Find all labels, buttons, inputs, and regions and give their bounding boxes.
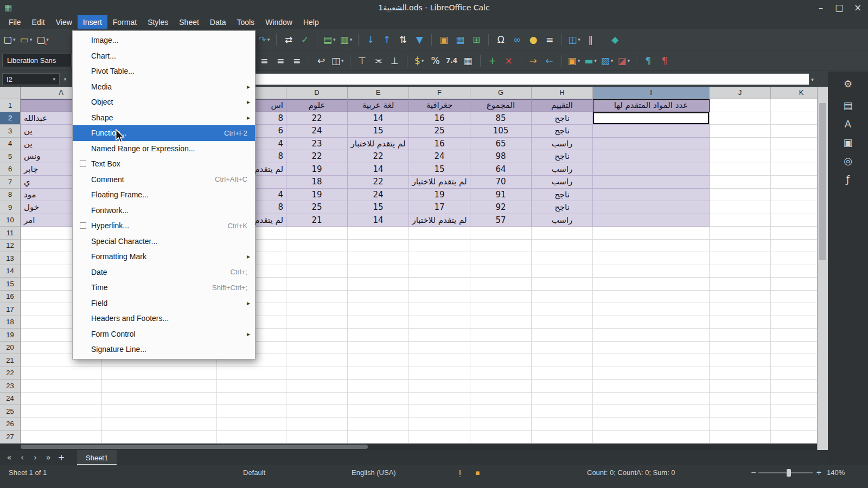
select-all-corner[interactable] [0, 87, 21, 99]
cell-G21[interactable] [470, 354, 532, 367]
cell-F8[interactable]: 19 [409, 189, 470, 202]
cell-H27[interactable] [532, 431, 593, 444]
find-replace-icon[interactable]: ⇄ [282, 32, 296, 47]
cell-J18[interactable] [710, 316, 771, 329]
cell-G15[interactable] [470, 278, 532, 291]
row-header-20[interactable]: 20 [0, 342, 21, 355]
cell-J6[interactable] [710, 163, 771, 176]
cell-K4[interactable] [771, 138, 817, 151]
cell-H1[interactable]: التقييم [532, 99, 593, 112]
cell-E23[interactable] [348, 380, 409, 393]
hyperlink-icon[interactable]: ∞ [510, 32, 524, 47]
column-header-K[interactable]: K [771, 87, 817, 99]
cell-E4[interactable]: لم يتقدم للاختبار [348, 138, 409, 151]
insert-rows-icon[interactable]: ▤▾ [322, 32, 337, 47]
cell-I12[interactable] [593, 240, 710, 253]
cell-F21[interactable] [409, 354, 470, 367]
sheet-tab-sheet1[interactable]: Sheet1 [77, 450, 117, 465]
cell-H9[interactable]: ناجح [532, 201, 593, 214]
menu-item-floating-frame[interactable]: Floating Frame... [73, 187, 255, 203]
cell-E2[interactable]: 14 [348, 112, 409, 125]
row-header-23[interactable]: 23 [0, 380, 21, 393]
cell-J2[interactable] [710, 112, 771, 125]
menubar-item-file[interactable]: File [3, 15, 27, 29]
zoom-out-icon[interactable]: − [751, 468, 757, 477]
sort-descending-icon[interactable]: ↑ [380, 32, 394, 47]
cell-H5[interactable]: ناجح [532, 150, 593, 163]
show-draw-functions-icon[interactable]: ◆ [608, 32, 622, 47]
menu-item-fontwork[interactable]: Fontwork... [73, 203, 255, 219]
cell-K17[interactable] [771, 303, 817, 316]
cell-D13[interactable] [286, 252, 348, 265]
cell-K1[interactable] [771, 99, 817, 112]
open-folder-icon[interactable]: ▭▾ [19, 32, 34, 47]
cell-F13[interactable] [409, 252, 470, 265]
cell-E21[interactable] [348, 354, 409, 367]
cell-E9[interactable]: 15 [348, 201, 409, 214]
cell-D25[interactable] [286, 405, 348, 418]
cell-F2[interactable]: 16 [409, 112, 470, 125]
cell-K6[interactable] [771, 163, 817, 176]
menu-item-chart[interactable]: Chart... [73, 48, 255, 64]
cell-D2[interactable]: 22 [286, 112, 348, 125]
cell-G27[interactable] [470, 431, 532, 444]
cell-D18[interactable] [286, 316, 348, 329]
cell-I20[interactable] [593, 342, 710, 355]
cell-J9[interactable] [710, 201, 771, 214]
cell-J26[interactable] [710, 418, 771, 431]
menu-item-pivot-table[interactable]: Pivot Table... [73, 63, 255, 79]
menubar-item-view[interactable]: View [50, 15, 78, 29]
cell-D23[interactable] [286, 380, 348, 393]
row-header-14[interactable]: 14 [0, 265, 21, 278]
cell-J5[interactable] [710, 150, 771, 163]
cell-J3[interactable] [710, 125, 771, 138]
cell-H11[interactable] [532, 227, 593, 240]
cell-I5[interactable] [593, 150, 710, 163]
cell-K8[interactable] [771, 189, 817, 202]
cell-G13[interactable] [470, 252, 532, 265]
menu-item-image[interactable]: Image... [73, 33, 255, 48]
cell-I19[interactable] [593, 329, 710, 342]
row-header-5[interactable]: 5 [0, 150, 21, 163]
cell-F16[interactable] [409, 291, 470, 304]
menu-item-signature-line[interactable]: Signature Line... [73, 342, 255, 357]
cell-K19[interactable] [771, 329, 817, 342]
cell-I22[interactable] [593, 367, 710, 380]
sort-ascending-icon[interactable]: ↓ [363, 32, 378, 47]
column-header-F[interactable]: F [409, 87, 470, 99]
row-header-6[interactable]: 6 [0, 163, 21, 176]
cell-B22[interactable] [102, 367, 217, 380]
menu-item-text-box[interactable]: Text Box [73, 156, 255, 172]
horizontal-scrollbar[interactable] [21, 444, 817, 450]
menu-item-comment[interactable]: CommentCtrl+Alt+C [73, 172, 255, 188]
sort-icon[interactable]: ⇅ [396, 32, 410, 47]
navigator-icon[interactable]: ◎ [839, 153, 857, 169]
cell-F4[interactable]: 16 [409, 138, 470, 151]
cell-D10[interactable]: 21 [286, 214, 348, 227]
cell-E27[interactable] [348, 431, 409, 444]
cell-F11[interactable] [409, 227, 470, 240]
cell-H2[interactable]: ناجح [532, 112, 593, 125]
row-header-19[interactable]: 19 [0, 329, 21, 342]
delete-decimal-icon[interactable]: × [502, 53, 516, 68]
cell-H18[interactable] [532, 316, 593, 329]
save-icon[interactable]: ▢↓▾ [35, 32, 50, 47]
cell-J21[interactable] [710, 354, 771, 367]
cell-G8[interactable]: 91 [470, 189, 532, 202]
cell-D12[interactable] [286, 240, 348, 253]
align-right-icon[interactable]: ≡ [290, 53, 304, 68]
horizontal-scrollbar-thumb[interactable] [21, 445, 368, 449]
number-format-icon[interactable]: 7.4 [445, 53, 459, 68]
cell-E17[interactable] [348, 303, 409, 316]
cell-D3[interactable]: 24 [286, 125, 348, 138]
menu-item-function[interactable]: Function...Ctrl+F2 [73, 125, 255, 141]
cell-E19[interactable] [348, 329, 409, 342]
cell-K21[interactable] [771, 354, 817, 367]
cell-I6[interactable] [593, 163, 710, 176]
row-header-2[interactable]: 2 [0, 112, 21, 125]
cell-C22[interactable] [217, 367, 286, 380]
insert-mode-icon[interactable]: I [459, 468, 461, 477]
currency-icon[interactable]: $▾ [412, 53, 426, 68]
row-header-11[interactable]: 11 [0, 227, 21, 240]
cell-C25[interactable] [217, 405, 286, 418]
